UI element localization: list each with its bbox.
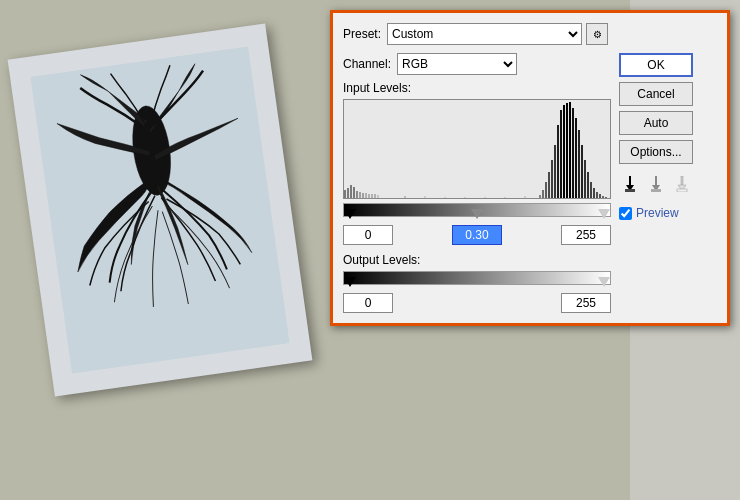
levels-controls: Channel: RGB Red Green Blue Input Levels…: [343, 53, 611, 313]
svg-rect-22: [542, 190, 544, 199]
gray-eyedropper[interactable]: [645, 173, 667, 195]
output-black-handle[interactable]: [344, 277, 356, 287]
ok-button[interactable]: OK: [619, 53, 693, 77]
output-black-value[interactable]: [343, 293, 393, 313]
svg-rect-32: [572, 108, 574, 199]
svg-rect-45: [629, 176, 631, 186]
output-white-handle[interactable]: [598, 277, 610, 287]
preset-options-icon[interactable]: ⚙: [586, 23, 608, 45]
svg-rect-41: [599, 194, 601, 199]
input-black-handle[interactable]: [344, 209, 356, 219]
preview-checkbox[interactable]: [619, 207, 632, 220]
svg-rect-37: [587, 172, 589, 199]
svg-rect-51: [681, 176, 683, 186]
input-white-handle[interactable]: [598, 209, 610, 219]
svg-rect-8: [362, 193, 364, 199]
svg-rect-10: [368, 194, 370, 199]
svg-rect-21: [539, 195, 541, 199]
svg-rect-12: [374, 194, 376, 199]
histogram: [343, 99, 611, 199]
svg-rect-25: [551, 160, 553, 199]
svg-rect-15: [424, 196, 426, 199]
output-values: [343, 293, 611, 313]
svg-rect-2: [344, 190, 346, 199]
dialog-buttons: OK Cancel Auto Options...: [619, 53, 693, 313]
svg-rect-13: [377, 195, 379, 199]
preset-row: Preset: Custom ⚙: [343, 23, 717, 45]
input-mid-handle[interactable]: [471, 209, 483, 219]
input-black-value[interactable]: [343, 225, 393, 245]
white-eyedropper[interactable]: [671, 173, 693, 195]
svg-rect-17: [464, 197, 466, 199]
eyedroppers: [619, 173, 693, 195]
svg-rect-47: [625, 189, 635, 192]
preset-label: Preset:: [343, 27, 381, 41]
options-button[interactable]: Options...: [619, 140, 693, 164]
svg-rect-3: [347, 188, 349, 199]
svg-rect-40: [596, 192, 598, 199]
cancel-button[interactable]: Cancel: [619, 82, 693, 106]
svg-rect-19: [504, 197, 506, 199]
svg-rect-43: [605, 197, 607, 199]
svg-rect-5: [353, 187, 355, 199]
svg-rect-7: [359, 192, 361, 199]
svg-rect-42: [602, 196, 604, 199]
input-levels-label: Input Levels:: [343, 81, 611, 95]
svg-rect-34: [578, 130, 580, 199]
svg-rect-29: [563, 105, 565, 199]
preview-row: Preview: [619, 206, 693, 220]
svg-rect-33: [575, 118, 577, 199]
output-white-value[interactable]: [561, 293, 611, 313]
channel-select[interactable]: RGB Red Green Blue: [397, 53, 517, 75]
svg-rect-35: [581, 145, 583, 199]
svg-rect-53: [677, 189, 687, 192]
input-mid-value[interactable]: [452, 225, 502, 245]
svg-rect-48: [655, 176, 657, 186]
black-eyedropper[interactable]: [619, 173, 641, 195]
svg-rect-20: [524, 196, 526, 199]
photo-paper: [8, 24, 313, 397]
svg-rect-28: [560, 110, 562, 199]
auto-button[interactable]: Auto: [619, 111, 693, 135]
svg-rect-6: [356, 191, 358, 199]
output-levels-label: Output Levels:: [343, 253, 611, 267]
svg-rect-4: [350, 185, 352, 199]
svg-rect-30: [566, 103, 568, 199]
preview-label: Preview: [636, 206, 679, 220]
svg-rect-31: [569, 102, 571, 199]
svg-rect-27: [557, 125, 559, 199]
svg-rect-11: [371, 194, 373, 199]
svg-rect-26: [554, 145, 556, 199]
svg-rect-44: [608, 198, 610, 199]
svg-rect-9: [365, 193, 367, 199]
svg-rect-16: [444, 197, 446, 199]
input-white-value[interactable]: [561, 225, 611, 245]
svg-rect-14: [404, 196, 406, 199]
svg-rect-50: [651, 189, 661, 192]
output-slider[interactable]: [343, 271, 611, 289]
preset-select[interactable]: Custom: [387, 23, 582, 45]
input-slider[interactable]: [343, 203, 611, 221]
channel-label: Channel:: [343, 57, 391, 71]
svg-rect-38: [590, 182, 592, 199]
svg-rect-39: [593, 188, 595, 199]
channel-row: Channel: RGB Red Green Blue: [343, 53, 611, 75]
levels-dialog: Preset: Custom ⚙ Channel: RGB Red Green …: [330, 10, 730, 326]
svg-rect-18: [484, 197, 486, 199]
input-values: [343, 225, 611, 245]
svg-rect-0: [30, 46, 290, 374]
tree-roots-image: [30, 46, 290, 374]
svg-rect-24: [548, 172, 550, 199]
svg-rect-23: [545, 182, 547, 199]
svg-rect-36: [584, 160, 586, 199]
